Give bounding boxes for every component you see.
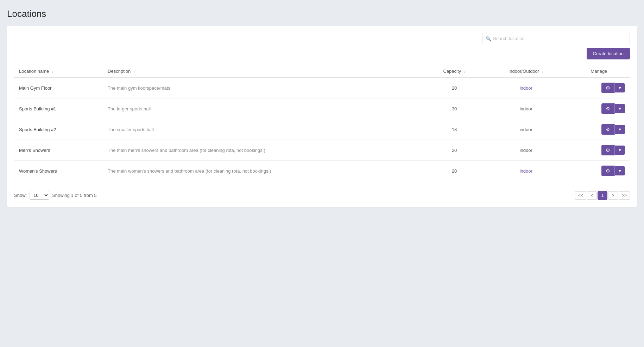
indoor-link[interactable]: indoor <box>520 85 532 91</box>
table-row: Sports Building #1The larger sports hall… <box>14 98 630 119</box>
cell-manage: ⚙▼ <box>568 161 630 181</box>
manage-gear-button[interactable]: ⚙ <box>601 145 615 155</box>
manage-gear-button[interactable]: ⚙ <box>601 103 615 114</box>
first-page-button[interactable]: << <box>575 191 586 200</box>
cell-indoor-outdoor: indoor <box>484 98 568 119</box>
cell-name: Women's Showers <box>14 161 103 181</box>
manage-dropdown-button[interactable]: ▼ <box>615 166 625 175</box>
pagination-controls: << < 1 > >> <box>575 191 630 200</box>
col-header-description: Description ↕ <box>103 65 424 78</box>
cell-description: The main gym floorspace/mats <box>103 78 424 98</box>
indoor-text: indoor <box>520 127 532 132</box>
cell-capacity: 18 <box>424 119 484 140</box>
search-input-container: 🔍 <box>482 33 630 44</box>
manage-btn-group: ⚙▼ <box>601 124 625 135</box>
cell-capacity: 20 <box>424 161 484 181</box>
show-section: Show: 10 25 50 100 Showing 1 of 5 from 5 <box>14 191 97 200</box>
manage-btn-group: ⚙▼ <box>601 145 625 155</box>
manage-gear-button[interactable]: ⚙ <box>601 166 615 176</box>
manage-dropdown-button[interactable]: ▼ <box>615 125 625 134</box>
cell-capacity: 20 <box>424 78 484 98</box>
show-select[interactable]: 10 25 50 100 <box>30 191 49 200</box>
table-row: Women's ShowersThe main women's showers … <box>14 161 630 181</box>
cell-manage: ⚙▼ <box>568 140 630 161</box>
indoor-link[interactable]: indoor <box>520 168 532 174</box>
cell-name: Sports Building #1 <box>14 98 103 119</box>
page-1-button[interactable]: 1 <box>598 191 607 200</box>
indoor-text: indoor <box>520 106 532 111</box>
cell-name: Main Gym Floor <box>14 78 103 98</box>
cell-name: Sports Building #2 <box>14 119 103 140</box>
cell-description: The main men's showers and bathroom area… <box>103 140 424 161</box>
page-title: Locations <box>7 8 637 19</box>
table-body: Main Gym FloorThe main gym floorspace/ma… <box>14 78 630 181</box>
next-page-button[interactable]: > <box>608 191 618 200</box>
toolbar: 🔍 Create location <box>14 33 630 59</box>
col-header-indoor-outdoor: Indoor/Outdoor ↕ <box>484 65 568 78</box>
sort-icon-name: ↕ <box>52 70 53 73</box>
cell-indoor-outdoor: indoor <box>484 78 568 98</box>
col-header-manage: Manage <box>568 65 630 78</box>
table-header-row: Location name ↕ Description ↕ Capacity ↕… <box>14 65 630 78</box>
col-header-name: Location name ↕ <box>14 65 103 78</box>
cell-manage: ⚙▼ <box>568 119 630 140</box>
table-row: Main Gym FloorThe main gym floorspace/ma… <box>14 78 630 98</box>
cell-description: The larger sports hall <box>103 98 424 119</box>
sort-icon-description: ↕ <box>133 70 135 73</box>
last-page-button[interactable]: >> <box>619 191 630 200</box>
manage-dropdown-button[interactable]: ▼ <box>615 104 625 113</box>
manage-btn-group: ⚙▼ <box>601 166 625 176</box>
indoor-text: indoor <box>520 148 532 153</box>
manage-dropdown-button[interactable]: ▼ <box>615 146 625 155</box>
create-location-button[interactable]: Create location <box>587 48 630 59</box>
page-wrapper: Locations 🔍 Create location Location nam… <box>0 0 644 215</box>
locations-table: Location name ↕ Description ↕ Capacity ↕… <box>14 65 630 181</box>
cell-name: Men's Showers <box>14 140 103 161</box>
manage-btn-group: ⚙▼ <box>601 83 625 93</box>
cell-indoor-outdoor: indoor <box>484 119 568 140</box>
manage-gear-button[interactable]: ⚙ <box>601 124 615 135</box>
sort-icon-capacity: ↕ <box>464 70 466 73</box>
manage-btn-group: ⚙▼ <box>601 103 625 114</box>
cell-description: The main women's showers and bathroom ar… <box>103 161 424 181</box>
pagination-bar: Show: 10 25 50 100 Showing 1 of 5 from 5… <box>14 187 630 200</box>
cell-indoor-outdoor: indoor <box>484 140 568 161</box>
cell-description: The smaller sports hall <box>103 119 424 140</box>
search-wrapper: 🔍 <box>14 33 630 44</box>
cell-capacity: 30 <box>424 98 484 119</box>
col-header-capacity: Capacity ↕ <box>424 65 484 78</box>
show-label: Show: <box>14 193 27 198</box>
prev-page-button[interactable]: < <box>587 191 597 200</box>
cell-capacity: 20 <box>424 140 484 161</box>
cell-manage: ⚙▼ <box>568 78 630 98</box>
cell-indoor-outdoor: indoor <box>484 161 568 181</box>
cell-manage: ⚙▼ <box>568 98 630 119</box>
manage-gear-button[interactable]: ⚙ <box>601 83 615 93</box>
showing-text: Showing 1 of 5 from 5 <box>52 193 96 198</box>
sort-icon-indoor: ↕ <box>542 70 544 73</box>
table-row: Men's ShowersThe main men's showers and … <box>14 140 630 161</box>
create-btn-wrapper: Create location <box>14 48 630 59</box>
search-icon: 🔍 <box>486 36 491 41</box>
manage-dropdown-button[interactable]: ▼ <box>615 83 625 92</box>
main-card: 🔍 Create location Location name ↕ Descri… <box>7 26 637 207</box>
search-input[interactable] <box>482 33 630 44</box>
table-row: Sports Building #2The smaller sports hal… <box>14 119 630 140</box>
